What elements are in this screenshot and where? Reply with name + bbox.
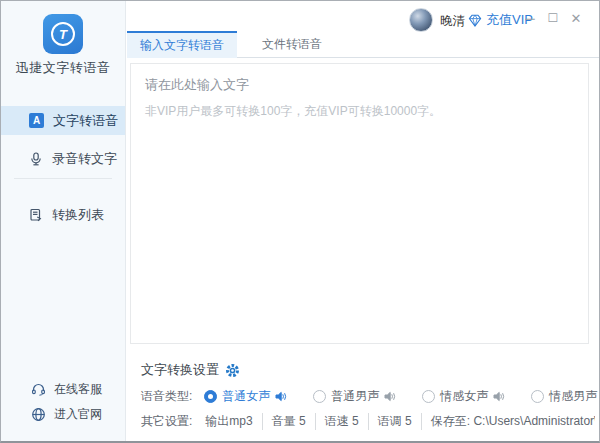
headset-icon	[31, 382, 46, 396]
sidebar-item-official-website[interactable]: 进入官网	[1, 402, 125, 426]
sidebar-divider	[14, 178, 112, 179]
settings-title: 文字转换设置	[141, 361, 219, 379]
speaker-icon[interactable]	[275, 391, 287, 402]
voice-type-row: 语音类型: 普通女声 普通男声	[141, 387, 600, 405]
app-window: T 迅捷文字转语音 A 文字转语音 录音转文字 转换	[0, 0, 600, 443]
settings-title-row: 文字转换设置	[141, 361, 240, 379]
radio-checked-icon[interactable]	[204, 390, 217, 403]
other-settings-label: 其它设置:	[141, 413, 192, 430]
sidebar-item-conversion-list[interactable]: 转换列表	[1, 200, 125, 229]
input-hint: 非VIP用户最多可转换100字，充值VIP可转换10000字。	[145, 103, 574, 120]
footer-item-label: 在线客服	[54, 381, 102, 398]
minimize-button[interactable]: ─	[521, 9, 539, 27]
speaker-icon[interactable]	[493, 391, 505, 402]
output-format-setting[interactable]: 输出mp3	[196, 413, 261, 430]
footer-item-label: 进入官网	[54, 406, 102, 423]
input-placeholder: 请在此处输入文字	[145, 76, 574, 94]
tone-setting[interactable]: 语调 5	[368, 413, 421, 430]
letter-a-icon: A	[29, 113, 44, 128]
sidebar: T 迅捷文字转语音 A 文字转语音 录音转文字 转换	[1, 1, 126, 441]
voice-type-label: 语音类型:	[141, 388, 192, 405]
voice-option-normal-male[interactable]: 普通男声	[313, 388, 396, 405]
tab-bar: 输入文字转语音 文件转语音	[127, 31, 599, 58]
other-settings-row: 其它设置: 输出mp3 音量 5 语速 5 语调 5 保存至: C:\Users…	[141, 412, 595, 430]
voice-option-label: 普通男声	[331, 388, 379, 405]
voice-option-label: 情感男声	[549, 388, 597, 405]
document-list-icon	[29, 208, 43, 222]
voice-option-emotional-male[interactable]: 情感男声	[531, 388, 600, 405]
app-name: 迅捷文字转语音	[1, 59, 125, 77]
volume-setting[interactable]: 音量 5	[262, 413, 315, 430]
globe-icon	[31, 407, 46, 422]
gear-icon[interactable]	[225, 363, 240, 378]
sidebar-item-label: 文字转语音	[53, 112, 118, 130]
radio-icon[interactable]	[531, 390, 544, 403]
sidebar-item-online-support[interactable]: 在线客服	[1, 377, 125, 401]
logo-ring: T	[51, 22, 75, 46]
sidebar-item-label: 录音转文字	[52, 150, 117, 168]
tab-file-to-speech[interactable]: 文件转语音	[237, 31, 347, 58]
voice-option-label: 情感女声	[440, 388, 488, 405]
main-area: 晚清 充值VIP ─ ☐ ✕ 输入文字转语音 文件转语音 请在此处输入文字 非V…	[127, 1, 599, 441]
maximize-button[interactable]: ☐	[544, 9, 562, 27]
app-logo-icon: T	[43, 14, 83, 54]
titlebar: 晚清 充值VIP ─ ☐ ✕	[127, 1, 599, 31]
voice-option-emotional-female[interactable]: 情感女声	[422, 388, 505, 405]
diamond-icon	[468, 14, 482, 27]
radio-icon[interactable]	[422, 390, 435, 403]
speaker-icon[interactable]	[384, 391, 396, 402]
sidebar-item-text-to-speech[interactable]: A 文字转语音	[1, 106, 125, 135]
save-path-setting[interactable]: 保存至: C:\Users\Administrator\De	[421, 413, 595, 430]
logo-letter: T	[59, 28, 67, 41]
tab-input-text-to-speech[interactable]: 输入文字转语音	[127, 31, 237, 58]
sidebar-item-speech-to-text[interactable]: 录音转文字	[1, 144, 125, 173]
voice-option-normal-female[interactable]: 普通女声	[204, 388, 287, 405]
close-button[interactable]: ✕	[567, 9, 585, 27]
sidebar-item-label: 转换列表	[52, 206, 104, 224]
voice-option-label: 普通女声	[222, 388, 270, 405]
speed-setting[interactable]: 语速 5	[315, 413, 368, 430]
username[interactable]: 晚清	[440, 13, 465, 30]
avatar[interactable]	[409, 8, 433, 32]
microphone-icon	[29, 152, 43, 166]
radio-icon[interactable]	[313, 390, 326, 403]
text-input-area[interactable]: 请在此处输入文字 非VIP用户最多可转换100字，充值VIP可转换10000字。	[130, 63, 589, 344]
